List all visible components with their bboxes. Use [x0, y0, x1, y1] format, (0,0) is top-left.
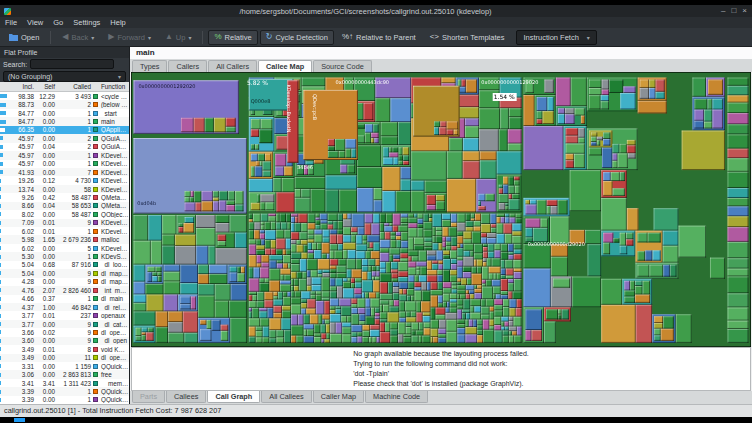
- table-row[interactable]: 45.970.001KDevelop:...: [0, 151, 129, 159]
- chevron-down-icon: ▾: [587, 34, 590, 41]
- event-type-select[interactable]: Instruction Fetch ▾: [516, 30, 596, 45]
- table-row[interactable]: 8.020.0058 487QObject::e...: [0, 210, 129, 218]
- function-icon: [91, 305, 100, 310]
- cost-bar: [0, 204, 9, 208]
- function-name: QMetaObje...: [100, 194, 129, 201]
- titlebar[interactable]: /home/sergsbot/Documents/GCI/screenshots…: [0, 5, 752, 17]
- menu-settings[interactable]: Settings: [68, 18, 105, 27]
- function-name: QGuiApplic...: [100, 135, 129, 142]
- table-row[interactable]: 45.970.042QGuiApplic...: [0, 143, 129, 151]
- table-row[interactable]: 4.762.072 826 460_int_malloc: [0, 286, 129, 294]
- column-called[interactable]: Called: [55, 83, 91, 90]
- table-row[interactable]: 84.770.001_start: [0, 109, 129, 117]
- table-row[interactable]: 3.413.411 311 423__memcpy...: [0, 379, 129, 387]
- cost-bar: [0, 322, 9, 326]
- table-row[interactable]: 3.600.009_dl_open: [0, 337, 129, 345]
- table-row[interactable]: 3.060.002 863 813free: [0, 370, 129, 378]
- relative-toggle[interactable]: % Relative: [208, 30, 257, 45]
- menu-view[interactable]: View: [22, 18, 48, 27]
- function-table: 98.3812.293 493<cycle 42>88.730.002(belo…: [0, 92, 129, 404]
- cost-bar: [0, 373, 9, 377]
- table-row[interactable]: 84.770.001main: [0, 117, 129, 125]
- column-function[interactable]: Function: [91, 83, 129, 90]
- tab-callers[interactable]: Callers: [168, 60, 207, 72]
- tab-caller-map[interactable]: Caller Map: [313, 391, 364, 403]
- tab-source-code[interactable]: Source Code: [313, 60, 372, 72]
- function-name: QQuickVie...: [100, 388, 129, 395]
- forward-button[interactable]: ▶ Forward ▾: [102, 30, 157, 45]
- relative-to-parent-toggle[interactable]: %↑ Relative to Parent: [336, 30, 422, 45]
- table-row[interactable]: 6.020.011KDevelop:...: [0, 227, 129, 235]
- up-button[interactable]: ▲ Up ▾: [159, 30, 198, 45]
- dock-title[interactable]: Flat Profile: [0, 47, 129, 58]
- function-name: _dl_relocat...: [100, 304, 129, 311]
- table-row[interactable]: 8.660.0458 653QMetaObje...: [0, 202, 129, 210]
- shorten-templates-toggle[interactable]: <> Shorten Templates: [424, 30, 511, 45]
- back-button[interactable]: ◀ Back ▾: [56, 30, 100, 45]
- table-row[interactable]: 3.660.029dl_open_w...: [0, 328, 129, 336]
- cycle-detection-toggle[interactable]: ↻ Cycle Detection: [260, 30, 334, 45]
- function-icon: [91, 229, 100, 234]
- minimize-button[interactable]: –: [721, 6, 725, 16]
- search-input[interactable]: [30, 59, 114, 69]
- tab-callees[interactable]: Callees: [166, 391, 206, 403]
- table-row[interactable]: 5.040.009dl_map_ob...: [0, 269, 129, 277]
- table-row[interactable]: 13.740.0058KDevelop:...: [0, 185, 129, 193]
- cost-bar: [0, 356, 9, 360]
- function-icon: [91, 203, 100, 208]
- table-row[interactable]: 3.310.001 159QQuickWid...: [0, 362, 129, 370]
- table-row[interactable]: 3.770.01237openaux: [0, 311, 129, 319]
- function-icon: [91, 330, 100, 335]
- grouping-select[interactable]: (No Grouping) ▾: [3, 71, 126, 82]
- maximize-button[interactable]: □: [731, 6, 736, 16]
- tab-machine-code[interactable]: Machine Code: [365, 391, 428, 403]
- table-row[interactable]: 3.390.001QQuickVie...: [0, 396, 129, 404]
- table-row[interactable]: 5.040.6887 916_dl_lookup...: [0, 261, 129, 269]
- function-name: KDevelop:...: [100, 245, 129, 252]
- table-row[interactable]: 4.280.009dl_map_ob...: [0, 278, 129, 286]
- cost-bar: [0, 297, 9, 301]
- tab-callee-map[interactable]: Callee Map: [258, 60, 312, 72]
- menu-go[interactable]: Go: [48, 18, 68, 27]
- table-row[interactable]: 19.260.124 730KDevelop:...: [0, 176, 129, 184]
- function-name: KDevelop:...: [100, 219, 129, 226]
- table-row[interactable]: 3.490.0011dl_open_w...: [0, 354, 129, 362]
- table-row[interactable]: 7.090.019KDevelop:...: [0, 219, 129, 227]
- table-row[interactable]: 41.930.007KDevelop:...: [0, 168, 129, 176]
- tab-all-callees[interactable]: All Callees: [261, 391, 311, 403]
- cost-bar: [0, 238, 9, 242]
- tab-parts[interactable]: Parts: [132, 391, 165, 403]
- table-row[interactable]: 45.970.002QGuiApplic...: [0, 134, 129, 142]
- table-row[interactable]: 98.3812.293 493<cycle 42>: [0, 92, 129, 100]
- function-icon: [91, 347, 100, 352]
- menubar: FileViewGoSettingsHelp: [0, 17, 752, 28]
- table-row[interactable]: 5.981.652 679 236malloc: [0, 235, 129, 243]
- table-header[interactable]: Incl. Self Called Function: [0, 82, 129, 92]
- table-row[interactable]: 3.490.018void KDeve...: [0, 345, 129, 353]
- function-icon: [91, 372, 100, 377]
- cost-bar: [0, 94, 9, 98]
- tab-all-callers[interactable]: All Callers: [208, 60, 257, 72]
- table-row[interactable]: 88.730.002(below main): [0, 100, 129, 108]
- table-row[interactable]: 9.260.4258 487QMetaObje...: [0, 193, 129, 201]
- percent-icon: %: [214, 33, 221, 41]
- callee-map[interactable]: [131, 72, 751, 347]
- table-row[interactable]: 66.350.001QApplicati...: [0, 126, 129, 134]
- table-row[interactable]: 5.300.001KDevSplas...: [0, 252, 129, 260]
- tab-call-graph[interactable]: Call Graph: [207, 391, 260, 403]
- column-incl[interactable]: Incl.: [0, 83, 34, 90]
- close-button[interactable]: ×: [742, 6, 747, 16]
- menu-file[interactable]: File: [0, 18, 22, 27]
- function-name: dl_main: [100, 295, 129, 302]
- column-self[interactable]: Self: [34, 83, 55, 90]
- table-row[interactable]: 6.020.005KDevelop:...: [0, 244, 129, 252]
- table-row[interactable]: 3.390.001QQuickVie...: [0, 387, 129, 395]
- tab-types[interactable]: Types: [132, 60, 167, 72]
- table-row[interactable]: 45.970.001KDevelop:...: [0, 160, 129, 168]
- table-row[interactable]: 3.770.009_dl_catch_...: [0, 320, 129, 328]
- cost-bar: [0, 381, 9, 385]
- table-row[interactable]: 4.660.371dl_main: [0, 295, 129, 303]
- menu-help[interactable]: Help: [105, 18, 130, 27]
- open-button[interactable]: Open: [3, 30, 45, 45]
- table-row[interactable]: 4.371.0046 842_dl_relocat...: [0, 303, 129, 311]
